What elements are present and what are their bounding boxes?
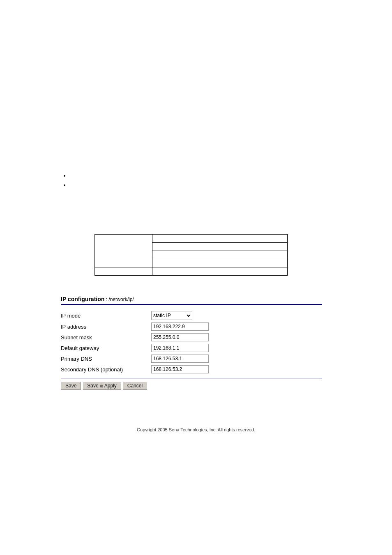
subnet-mask-label: Subnet mask	[61, 332, 151, 343]
copyright-footer: Copyright 2005 Sena Technologies, Inc. A…	[0, 427, 392, 432]
form-row-primary-dns: Primary DNS	[61, 353, 322, 364]
gateway-label: Default gateway	[61, 343, 151, 353]
form-row-ip-address: IP address	[61, 321, 322, 332]
nav-right-cell[interactable]	[152, 235, 288, 243]
form-row-ip-mode: IP mode static IP DHCP	[61, 310, 322, 321]
form-table: IP mode static IP DHCP IP address Subnet…	[61, 310, 322, 375]
primary-dns-value-cell[interactable]	[151, 353, 322, 364]
secondary-dns-value-cell[interactable]	[151, 364, 322, 375]
secondary-dns-input[interactable]	[151, 365, 209, 373]
form-row-subnet-mask: Subnet mask	[61, 332, 322, 343]
bottom-divider	[61, 378, 322, 378]
nav-right-cell[interactable]	[152, 243, 288, 251]
nav-table	[95, 234, 288, 276]
ip-address-label: IP address	[61, 321, 151, 332]
save-button[interactable]: Save	[61, 382, 81, 390]
ip-mode-label: IP mode	[61, 310, 151, 321]
secondary-dns-label: Secondary DNS (optional)	[61, 364, 151, 375]
ip-config-section: IP configuration : /network/ip/ IP mode …	[61, 296, 322, 390]
bullet-item-2	[70, 182, 71, 188]
table-row	[95, 235, 288, 243]
table-row	[95, 267, 288, 276]
page-wrapper: IP configuration : /network/ip/ IP mode …	[0, 0, 392, 555]
form-row-secondary-dns: Secondary DNS (optional)	[61, 364, 322, 375]
ip-mode-select[interactable]: static IP DHCP	[151, 311, 192, 320]
button-row: Save Save & Apply Cancel	[61, 382, 322, 390]
section-title: IP configuration	[61, 296, 104, 302]
cancel-button[interactable]: Cancel	[123, 382, 147, 390]
section-header: IP configuration : /network/ip/	[61, 296, 322, 305]
ip-address-value-cell[interactable]	[151, 321, 322, 332]
primary-dns-label: Primary DNS	[61, 353, 151, 364]
nav-right-cell[interactable]	[152, 259, 288, 267]
save-apply-button[interactable]: Save & Apply	[83, 382, 121, 390]
nav-right-cell-bottom[interactable]	[152, 267, 288, 276]
form-row-gateway: Default gateway	[61, 343, 322, 353]
bullet-item-1	[70, 173, 71, 179]
gateway-input[interactable]	[151, 344, 209, 352]
copyright-text: Copyright 2005 Sena Technologies, Inc. A…	[137, 427, 255, 432]
nav-left-cell-bottom	[95, 267, 152, 276]
ip-mode-value-cell[interactable]: static IP DHCP	[151, 310, 322, 321]
nav-right-cell[interactable]	[152, 251, 288, 259]
subnet-mask-input[interactable]	[151, 333, 209, 341]
section-path: : /network/ip/	[104, 297, 134, 302]
nav-left-cell	[95, 235, 152, 267]
bullet-section	[62, 173, 71, 191]
gateway-value-cell[interactable]	[151, 343, 322, 353]
subnet-mask-value-cell[interactable]	[151, 332, 322, 343]
ip-address-input[interactable]	[151, 322, 209, 331]
primary-dns-input[interactable]	[151, 355, 209, 363]
nav-table-section	[95, 234, 288, 276]
bullet-list	[62, 173, 71, 188]
